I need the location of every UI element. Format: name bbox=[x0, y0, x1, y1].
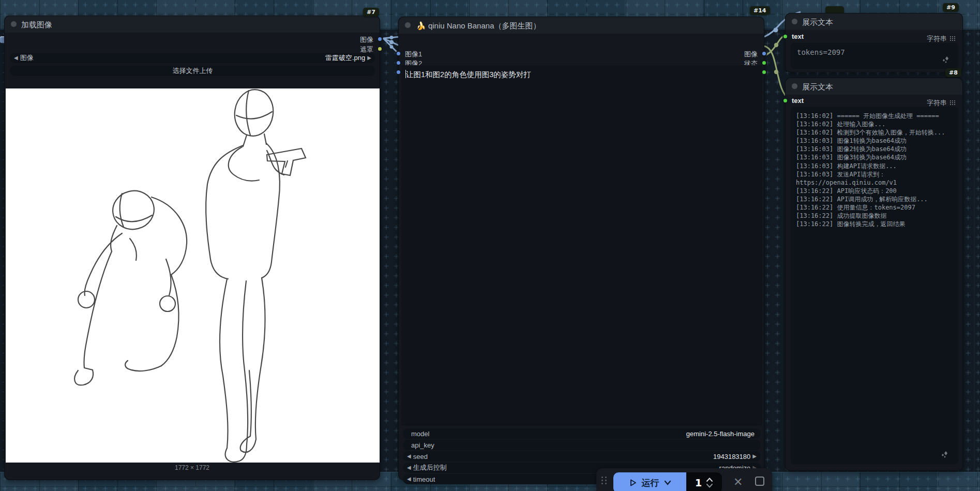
combo-value: 雷霆破空.png bbox=[325, 53, 365, 63]
log-line: [13:16:03] 图像3转换为base64成功 bbox=[796, 153, 953, 161]
port-dot-green-icon[interactable] bbox=[761, 60, 767, 66]
queue-count: 1 bbox=[695, 477, 702, 488]
port-dot-olive-icon[interactable] bbox=[377, 46, 383, 52]
cancel-button[interactable]: ✕ bbox=[733, 477, 743, 488]
log-line: [13:16:02] 检测到3个有效输入图像，开始转换... bbox=[796, 128, 953, 137]
queue-stepper[interactable] bbox=[706, 478, 713, 488]
api-key-widget[interactable]: api_key bbox=[403, 440, 761, 450]
load-image-title: 加载图像 bbox=[21, 20, 52, 30]
log-line: [13:16:03] 图像1转换为base64成功 bbox=[796, 137, 953, 145]
collapse-dot-icon[interactable] bbox=[11, 21, 17, 27]
seed-widget[interactable]: ◀ seed 1943183180 ▶ bbox=[403, 451, 761, 462]
collapse-dot-icon[interactable] bbox=[792, 19, 797, 24]
toolbar-drag-handle-icon[interactable] bbox=[601, 477, 607, 484]
chevron-up-icon[interactable] bbox=[706, 478, 713, 482]
upload-file-button[interactable]: 选择文件上传 bbox=[10, 66, 375, 76]
sparkle-icon bbox=[940, 449, 950, 459]
queue-toolbar[interactable]: 运行 1 ✕ bbox=[596, 468, 772, 491]
prompt-text: 让图1和图2的角色使用图3的姿势对打 bbox=[406, 70, 531, 79]
run-pill: 运行 1 bbox=[613, 472, 722, 491]
input-port-image1[interactable]: 图像1 bbox=[399, 50, 461, 58]
run-label: 运行 bbox=[642, 477, 659, 489]
comfyui-canvas[interactable]: { "icons": { "arrow_left": "◀", "arrow_r… bbox=[0, 0, 980, 491]
chevron-down-icon[interactable] bbox=[664, 480, 671, 485]
node-nano-banana[interactable]: 🍌 qiniu Nano Banana（多图生图） 图像1 图像2 图像3 图像… bbox=[398, 17, 764, 480]
display9-title: 展示文本 bbox=[802, 18, 833, 27]
output-port-image[interactable]: 图像 bbox=[681, 50, 764, 58]
log-line: [13:16:03] 图像2转换为base64成功 bbox=[796, 145, 953, 153]
node-display-text-8[interactable]: 展示文本 text 字符串 [13:16:02] ====== 开始图像生成处理… bbox=[785, 78, 963, 471]
log-line: [13:16:03] 发送API请求到： bbox=[796, 170, 953, 178]
nano-title: qiniu Nano Banana（多图生图） bbox=[428, 21, 541, 30]
log-line: [13:16:02] ====== 开始图像生成处理 ====== bbox=[796, 112, 953, 120]
port-dot-blue-icon[interactable] bbox=[396, 60, 401, 66]
sparkle-icon bbox=[941, 54, 951, 65]
node-badge-7: #7 bbox=[363, 8, 379, 17]
log-line: [13:16:22] 图像转换完成，返回结果 bbox=[796, 220, 953, 228]
port-dot-green-icon[interactable] bbox=[782, 98, 788, 103]
run-button[interactable]: 运行 bbox=[613, 472, 686, 491]
stop-button[interactable] bbox=[755, 477, 764, 486]
pose-sketch-image bbox=[6, 88, 380, 463]
log-line: [13:16:22] 成功提取图像数据 bbox=[796, 212, 953, 220]
port-dot-blue-icon[interactable] bbox=[396, 69, 401, 75]
node-display-text-9[interactable]: 展示文本 text 字符串 tokens=2097 bbox=[785, 13, 963, 72]
port-dot-green-icon[interactable] bbox=[782, 34, 788, 39]
display9-content[interactable]: tokens=2097 bbox=[791, 43, 958, 69]
output-port-image[interactable]: 图像 bbox=[318, 35, 380, 43]
combo-right-arrow-icon[interactable]: ▶ bbox=[367, 53, 371, 63]
seed-right-arrow-icon[interactable]: ▶ bbox=[752, 451, 757, 462]
port-dot-blue-icon[interactable] bbox=[761, 51, 767, 56]
collapse-dot-icon[interactable] bbox=[792, 83, 797, 89]
combo-label: 图像 bbox=[20, 53, 34, 63]
node-badge-8: #8 bbox=[945, 68, 961, 77]
log-line: https://openai.qiniu.com/v1 bbox=[796, 178, 953, 187]
dots-grid-icon bbox=[949, 100, 956, 105]
node-badge-9: #9 bbox=[943, 3, 959, 12]
tokens-text: tokens=2097 bbox=[791, 43, 958, 62]
timeout-left-arrow-icon[interactable]: ◀ bbox=[407, 474, 411, 484]
type-label-string: 字符串 bbox=[927, 34, 947, 43]
node-badge-14: #14 bbox=[750, 6, 770, 15]
image-file-combo[interactable]: ◀ 图像 雷霆破空.png ▶ bbox=[10, 53, 375, 63]
model-widget[interactable]: model gemini-2.5-flash-image bbox=[403, 428, 761, 439]
display8-title: 展示文本 bbox=[802, 82, 833, 92]
prompt-textarea[interactable]: 让图1和图2的角色使用图3的姿势对打 bbox=[401, 65, 762, 426]
image-dimensions-caption: 1772 × 1772 bbox=[5, 464, 380, 471]
port-dot-blue-icon[interactable] bbox=[377, 36, 383, 42]
combo-left-arrow-icon[interactable]: ◀ bbox=[14, 53, 18, 63]
display9-header[interactable]: 展示文本 bbox=[786, 13, 962, 30]
seed-left-arrow-icon[interactable]: ◀ bbox=[407, 451, 411, 462]
log-line: [13:16:03] 构建API请求数据... bbox=[796, 162, 953, 170]
log-line: [13:16:02] 处理输入图像... bbox=[796, 120, 953, 128]
nano-header[interactable]: 🍌 qiniu Nano Banana（多图生图） bbox=[399, 17, 764, 34]
log-line: [13:16:22] 使用量信息：tokens=2097 bbox=[796, 203, 953, 212]
load-image-header[interactable]: 加载图像 bbox=[5, 16, 380, 33]
output-port-mask[interactable]: 遮罩 bbox=[318, 45, 380, 53]
collapse-dot-icon[interactable] bbox=[405, 22, 411, 28]
control-left-arrow-icon[interactable]: ◀ bbox=[407, 463, 411, 473]
port-dot-blue-icon[interactable] bbox=[396, 51, 401, 56]
play-icon bbox=[629, 479, 637, 487]
display8-header[interactable]: 展示文本 bbox=[786, 78, 962, 95]
log-line: [13:16:22] API调用成功，解析响应数据... bbox=[796, 195, 953, 203]
image-preview bbox=[6, 88, 380, 463]
dots-grid-icon bbox=[949, 36, 956, 41]
chevron-down-icon[interactable] bbox=[706, 484, 713, 488]
log-line: [13:16:22] API响应状态码：200 bbox=[796, 187, 953, 195]
text-input-port[interactable]: text bbox=[786, 97, 848, 105]
banana-icon: 🍌 bbox=[416, 21, 426, 30]
text-input-port[interactable]: text bbox=[786, 33, 848, 41]
queue-count-box[interactable]: 1 bbox=[686, 472, 722, 491]
display8-content[interactable]: [13:16:02] ====== 开始图像生成处理 ====== [13:16… bbox=[791, 107, 958, 465]
node-load-image[interactable]: 加载图像 图像 遮罩 ◀ 图像 雷霆破空.png ▶ 选择文件上传 bbox=[4, 16, 380, 480]
